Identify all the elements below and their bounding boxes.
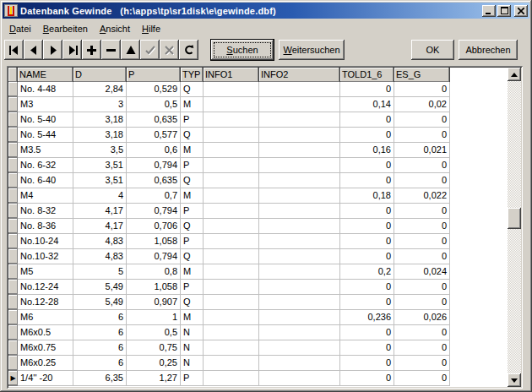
- cell-name[interactable]: 1/4'' -20: [18, 371, 73, 386]
- cancel-button[interactable]: Abbrechen: [459, 40, 518, 60]
- cell-typ[interactable]: M: [181, 188, 204, 204]
- minimize-button[interactable]: [482, 5, 496, 17]
- menu-item-datei[interactable]: Datei: [3, 22, 37, 35]
- title-bar[interactable]: Datenbank Gewinde (h:\apps\tp\sr1disk\e\…: [3, 3, 529, 19]
- cell-p[interactable]: 0,794: [127, 249, 181, 264]
- last-record-button[interactable]: [62, 40, 82, 60]
- cell-info2[interactable]: [259, 112, 340, 128]
- cell-name[interactable]: M5: [18, 264, 73, 280]
- cell-info2[interactable]: [259, 234, 340, 249]
- cell-typ[interactable]: P: [181, 204, 204, 219]
- column-header-typ[interactable]: TYP: [181, 68, 204, 82]
- cell-name[interactable]: No. 4-48: [18, 82, 73, 97]
- cell-d[interactable]: 4,83: [73, 234, 127, 249]
- cell-p[interactable]: 0,706: [127, 219, 181, 234]
- cell-told1_6[interactable]: 0: [340, 82, 394, 97]
- cell-info2[interactable]: [259, 280, 340, 295]
- cell-told1_6[interactable]: 0: [340, 356, 394, 371]
- cell-p[interactable]: 1: [127, 310, 181, 325]
- cell-d[interactable]: 4,83: [73, 249, 127, 264]
- column-header-p[interactable]: P: [127, 68, 181, 82]
- ok-button[interactable]: OK: [411, 40, 454, 60]
- cell-p[interactable]: 0,5: [127, 97, 181, 112]
- cell-info2[interactable]: [259, 325, 340, 340]
- scrollbar-thumb[interactable]: [508, 208, 521, 229]
- cell-name[interactable]: No.10-24: [18, 234, 73, 249]
- cell-name[interactable]: M6x0.25: [18, 356, 73, 371]
- cell-es_g[interactable]: 0: [394, 128, 450, 143]
- cell-d[interactable]: 6: [73, 325, 127, 340]
- cell-name[interactable]: M3.5: [18, 143, 73, 158]
- cell-info1[interactable]: [204, 371, 259, 386]
- cell-typ[interactable]: N: [181, 325, 204, 340]
- cell-d[interactable]: 2,84: [73, 82, 127, 97]
- cell-info1[interactable]: [204, 128, 259, 143]
- cell-info2[interactable]: [259, 204, 340, 219]
- cell-es_g[interactable]: 0: [394, 219, 450, 234]
- column-header-info1[interactable]: INFO1: [204, 68, 259, 82]
- cell-d[interactable]: 3,51: [73, 173, 127, 188]
- cell-info2[interactable]: [259, 143, 340, 158]
- cell-info2[interactable]: [259, 249, 340, 264]
- cell-name[interactable]: M3: [18, 97, 73, 112]
- cell-es_g[interactable]: 0,021: [394, 143, 450, 158]
- cell-info1[interactable]: [204, 356, 259, 371]
- cell-es_g[interactable]: 0: [394, 371, 450, 386]
- search-button[interactable]: Suchen: [210, 39, 274, 61]
- cell-p[interactable]: 1,27: [127, 371, 181, 386]
- close-button[interactable]: [514, 5, 528, 17]
- first-record-button[interactable]: [4, 40, 24, 60]
- cell-info2[interactable]: [259, 264, 340, 280]
- cell-info1[interactable]: [204, 264, 259, 280]
- column-header-info2[interactable]: INFO2: [259, 68, 340, 82]
- cell-p[interactable]: 0,794: [127, 204, 181, 219]
- cell-info2[interactable]: [259, 188, 340, 204]
- cell-name[interactable]: No. 5-44: [18, 128, 73, 143]
- cell-info2[interactable]: [259, 295, 340, 310]
- cell-d[interactable]: 4: [73, 188, 127, 204]
- cell-info1[interactable]: [204, 234, 259, 249]
- cell-name[interactable]: No. 5-40: [18, 112, 73, 128]
- cell-es_g[interactable]: 0: [394, 204, 450, 219]
- cell-d[interactable]: 5,49: [73, 280, 127, 295]
- cell-typ[interactable]: Q: [181, 173, 204, 188]
- cell-es_g[interactable]: 0: [394, 234, 450, 249]
- cell-es_g[interactable]: 0: [394, 340, 450, 356]
- cell-info2[interactable]: [259, 173, 340, 188]
- maximize-button[interactable]: [497, 5, 511, 17]
- cell-d[interactable]: 6: [73, 310, 127, 325]
- menu-item-ansicht[interactable]: Ansicht: [94, 22, 136, 35]
- cell-d[interactable]: 3: [73, 97, 127, 112]
- cell-es_g[interactable]: 0: [394, 173, 450, 188]
- menu-item-bearbeiten[interactable]: Bearbeiten: [37, 22, 94, 35]
- cell-p[interactable]: 0,907: [127, 295, 181, 310]
- insert-record-button[interactable]: [82, 40, 101, 60]
- cell-typ[interactable]: M: [181, 264, 204, 280]
- cell-info1[interactable]: [204, 188, 259, 204]
- cell-p[interactable]: 0,577: [127, 128, 181, 143]
- cell-typ[interactable]: N: [181, 356, 204, 371]
- cell-p[interactable]: 0,794: [127, 158, 181, 173]
- prior-record-button[interactable]: [24, 40, 43, 60]
- cell-told1_6[interactable]: 0: [340, 234, 394, 249]
- cell-info1[interactable]: [204, 97, 259, 112]
- cell-name[interactable]: No. 6-40: [18, 173, 73, 188]
- edit-record-button[interactable]: [121, 40, 140, 60]
- cell-es_g[interactable]: 0,02: [394, 97, 450, 112]
- cell-d[interactable]: 5: [73, 264, 127, 280]
- cell-info1[interactable]: [204, 310, 259, 325]
- cell-told1_6[interactable]: 0: [340, 204, 394, 219]
- cell-name[interactable]: M6x0.75: [18, 340, 73, 356]
- cell-p[interactable]: 1,058: [127, 280, 181, 295]
- cell-info1[interactable]: [204, 158, 259, 173]
- cell-info1[interactable]: [204, 280, 259, 295]
- cell-info2[interactable]: [259, 82, 340, 97]
- cell-d[interactable]: 6,35: [73, 371, 127, 386]
- cell-es_g[interactable]: 0: [394, 280, 450, 295]
- cell-es_g[interactable]: 0: [394, 249, 450, 264]
- cell-d[interactable]: 3,18: [73, 128, 127, 143]
- cell-es_g[interactable]: 0: [394, 295, 450, 310]
- cell-typ[interactable]: M: [181, 310, 204, 325]
- cell-name[interactable]: No. 6-32: [18, 158, 73, 173]
- cell-told1_6[interactable]: 0: [340, 173, 394, 188]
